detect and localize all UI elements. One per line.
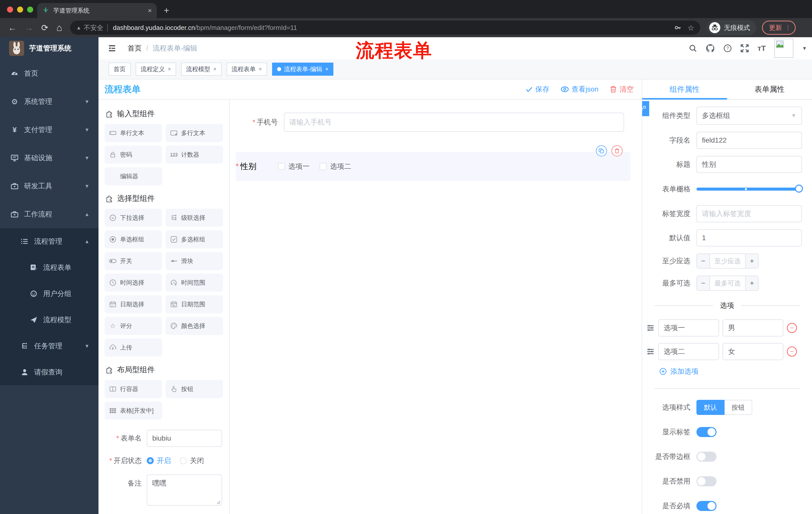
close-tab-icon[interactable]: × — [148, 7, 152, 15]
component-time-picker[interactable]: 时间选择 — [105, 274, 162, 292]
back-icon[interactable]: ← — [8, 23, 17, 33]
sidebar-item-system[interactable]: ⚙ 系统管理 ▼ — [0, 87, 98, 116]
link-icon[interactable] — [642, 101, 649, 116]
option2-value-input[interactable] — [723, 343, 783, 360]
minimize-window-button[interactable] — [17, 6, 23, 12]
password-key-icon[interactable] — [674, 24, 682, 31]
component-dropdown[interactable]: 下拉选择 — [105, 209, 162, 227]
form-canvas[interactable]: *手机号 *性别 选项一 选项二 — [230, 100, 642, 514]
browser-update-button[interactable]: 更新 ⋮ — [762, 21, 796, 35]
phone-field-row[interactable]: *手机号 — [230, 113, 642, 132]
tag-process-form-edit[interactable]: 流程表单-编辑× — [272, 63, 334, 76]
delete-component-button[interactable] — [611, 145, 622, 156]
sidebar-item-payment[interactable]: ¥ 支付管理 ▼ — [0, 116, 98, 144]
avatar[interactable] — [774, 39, 793, 58]
security-label[interactable]: 不安全 — [84, 23, 103, 32]
copy-component-button[interactable] — [596, 145, 607, 156]
component-table-dev[interactable]: 表格[开发中] — [105, 402, 162, 420]
tag-process-model[interactable]: 流程模型× — [181, 63, 222, 76]
component-password[interactable]: 密码 — [105, 145, 162, 164]
form-grid-slider[interactable] — [696, 180, 802, 198]
style-button-button[interactable]: 按钮 — [725, 400, 752, 415]
checkbox-icon[interactable] — [320, 163, 327, 170]
increase-button[interactable]: + — [745, 276, 758, 290]
sidebar-item-task-mgmt[interactable]: 任务管理 ▼ — [0, 333, 98, 359]
component-counter[interactable]: 123计数器 — [166, 145, 223, 164]
label-width-input[interactable] — [696, 205, 802, 222]
show-label-toggle[interactable] — [696, 427, 717, 437]
gender-option2-checkbox[interactable]: 选项二 — [320, 162, 351, 171]
component-time-range[interactable]: 时间范围 — [166, 274, 223, 292]
status-radio-on[interactable]: 开启 — [147, 456, 171, 465]
window-controls[interactable] — [7, 6, 33, 12]
sidebar-item-devtools[interactable]: 研发工具 ▼ — [0, 172, 98, 200]
component-type-select[interactable]: 多选框组 ▼ — [696, 107, 802, 125]
resize-handle-icon[interactable] — [216, 501, 221, 505]
close-tag-icon[interactable]: × — [213, 66, 216, 73]
field-name-input[interactable] — [696, 132, 802, 149]
increase-button[interactable]: + — [745, 254, 758, 268]
option2-label-input[interactable] — [658, 343, 719, 360]
home-icon[interactable]: ⌂ — [57, 22, 62, 33]
form-name-input[interactable] — [147, 430, 222, 447]
tag-home[interactable]: 首页 — [109, 63, 130, 76]
tag-process-definition[interactable]: 流程定义× — [136, 63, 176, 76]
component-upload[interactable]: 上传 — [105, 339, 162, 357]
with-border-toggle[interactable] — [696, 452, 717, 462]
max-select-input[interactable] — [710, 276, 745, 290]
component-row-container[interactable]: 行容器 — [105, 380, 162, 398]
reload-icon[interactable]: ⟳ — [41, 23, 49, 33]
slider-thumb[interactable] — [795, 185, 803, 193]
browser-tab[interactable]: 芋道管理系统 × — [37, 3, 157, 18]
component-date-picker[interactable]: 日期选择 — [105, 295, 162, 313]
min-select-input[interactable] — [710, 254, 745, 268]
component-checkbox-group[interactable]: 多选框组 — [166, 231, 223, 248]
maximize-window-button[interactable] — [27, 6, 33, 12]
help-icon[interactable]: ? — [723, 44, 732, 53]
gender-option1-checkbox[interactable]: 选项一 — [278, 162, 310, 171]
phone-input[interactable] — [284, 113, 624, 132]
checkbox-icon[interactable] — [278, 163, 285, 170]
style-default-button[interactable]: 默认 — [696, 400, 725, 415]
component-rate[interactable]: ☆评分 — [105, 317, 162, 335]
sidebar-item-workflow[interactable]: 工作流程 ▲ — [0, 200, 98, 228]
font-size-icon[interactable]: тT — [757, 44, 766, 53]
decrease-button[interactable]: − — [697, 276, 710, 290]
component-date-range[interactable]: 日期范围 — [166, 295, 223, 313]
sidebar-item-user-group[interactable]: 用户分组 — [0, 281, 98, 307]
add-option-button[interactable]: 添加选项 — [659, 367, 812, 376]
security-warning-icon[interactable]: ▲ — [76, 25, 81, 31]
status-radio-off[interactable]: 关闭 — [180, 456, 204, 465]
option1-value-input[interactable] — [723, 319, 783, 336]
view-json-button[interactable]: 查看json — [560, 84, 599, 94]
drag-handle-icon[interactable] — [646, 324, 655, 332]
close-tag-icon[interactable]: × — [168, 66, 171, 73]
sidebar-item-process-form[interactable]: 流程表单 — [0, 254, 98, 281]
close-window-button[interactable] — [7, 6, 13, 12]
tab-form-props[interactable]: 表单属性 — [727, 79, 812, 99]
github-icon[interactable] — [706, 44, 715, 53]
clear-button[interactable]: 清空 — [609, 84, 634, 94]
required-toggle[interactable] — [696, 501, 717, 511]
gender-field-block-selected[interactable]: *性别 选项一 选项二 — [236, 152, 631, 181]
new-tab-button[interactable]: + — [164, 4, 169, 17]
sidebar-collapse-icon[interactable] — [108, 44, 117, 53]
component-multi-line-text[interactable]: 多行文本 — [166, 124, 223, 142]
drag-handle-icon[interactable] — [646, 347, 655, 356]
sidebar-item-leave-query[interactable]: 请假查询 — [0, 359, 98, 385]
browser-menu-icon[interactable]: ⋮ — [785, 24, 791, 31]
remove-option-button[interactable]: − — [787, 347, 797, 357]
component-editor[interactable]: 编辑器 — [105, 167, 162, 185]
decrease-button[interactable]: − — [697, 254, 710, 268]
breadcrumb-home[interactable]: 首页 — [127, 44, 142, 53]
sidebar-item-home[interactable]: 首页 — [0, 59, 98, 87]
fullscreen-icon[interactable] — [741, 44, 749, 53]
sidebar-item-process-model[interactable]: 流程模型 — [0, 307, 98, 333]
close-tag-icon[interactable]: × — [259, 66, 262, 73]
address-bar[interactable]: ▲ 不安全 dashboard.yudao.iocoder.cn /bpm/ma… — [70, 21, 700, 35]
component-switch[interactable]: 开关 — [105, 252, 162, 270]
sidebar-item-infra[interactable]: 基础设施 ▼ — [0, 144, 98, 172]
bookmark-star-icon[interactable]: ☆ — [688, 23, 694, 32]
disabled-toggle[interactable] — [696, 476, 717, 486]
tag-process-form[interactable]: 流程表单× — [227, 63, 267, 76]
